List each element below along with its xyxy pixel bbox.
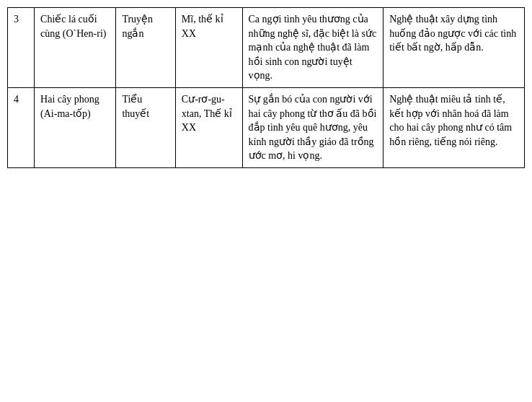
row-noidung-4: Sự gắn bó của con người với hai cây phon… (242, 87, 384, 167)
row-stt-3: 3 (8, 8, 35, 88)
row-tacgia-3: Mĩ, thế kỉ XX (175, 8, 242, 88)
row-nghethuat-4: Nghệ thuật miêu tả tinh tế, kết hợp với … (384, 87, 525, 167)
table-row: 3 Chiếc lá cuối cùng (O`Hen-ri) Truyện n… (8, 8, 525, 88)
row-ten-3: Chiếc lá cuối cùng (O`Hen-ri) (35, 8, 116, 88)
row-nghethuat-3: Nghệ thuật xây dựng tình huống đảo ngược… (384, 8, 525, 88)
row-stt-4: 4 (8, 87, 35, 167)
row-noidung-3: Ca ngợi tình yêu thương của những nghệ s… (242, 8, 384, 88)
row-theloai-3: Truyện ngắn (116, 8, 175, 88)
main-table-container: 3 Chiếc lá cuối cùng (O`Hen-ri) Truyện n… (7, 7, 525, 168)
row-ten-4: Hai cây phong (Ai-ma-tốp) (35, 87, 116, 167)
row-tacgia-4: Cư-rơ-gu-xtan, Thế kỉ XX (175, 87, 242, 167)
row-theloai-4: Tiểu thuyết (116, 87, 175, 167)
table-row: 4 Hai cây phong (Ai-ma-tốp) Tiểu thuyết … (8, 87, 525, 167)
content-table: 3 Chiếc lá cuối cùng (O`Hen-ri) Truyện n… (7, 7, 525, 168)
